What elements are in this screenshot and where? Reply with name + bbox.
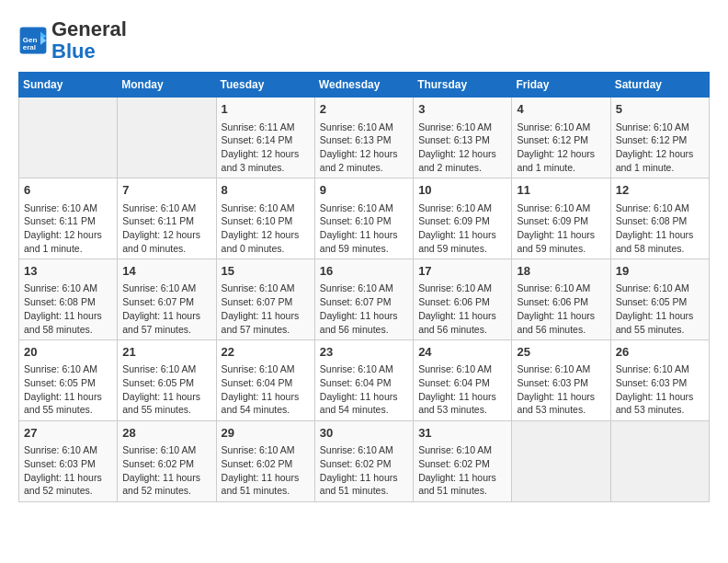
day-info: Daylight: 11 hours: [418, 471, 506, 485]
day-info: and 57 minutes.: [122, 323, 210, 337]
calendar-cell: 19Sunrise: 6:10 AMSunset: 6:05 PMDayligh…: [610, 259, 709, 340]
day-info: and 1 minute.: [24, 242, 112, 256]
day-info: Daylight: 11 hours: [122, 471, 210, 485]
calendar-cell: 15Sunrise: 6:10 AMSunset: 6:07 PMDayligh…: [216, 259, 314, 340]
day-info: Sunset: 6:02 PM: [222, 457, 310, 471]
calendar-cell: [512, 421, 610, 502]
day-info: Sunset: 6:03 PM: [517, 376, 605, 390]
day-info: Sunset: 6:08 PM: [24, 295, 112, 309]
day-number: 9: [320, 182, 408, 199]
calendar-cell: 24Sunrise: 6:10 AMSunset: 6:04 PMDayligh…: [414, 340, 512, 421]
day-info: and 51 minutes.: [418, 484, 506, 498]
day-info: Daylight: 11 hours: [122, 390, 210, 404]
day-info: Sunset: 6:12 PM: [616, 133, 704, 147]
day-info: Sunrise: 6:10 AM: [222, 201, 310, 215]
calendar-cell: 8Sunrise: 6:10 AMSunset: 6:10 PMDaylight…: [216, 178, 314, 259]
day-info: Sunset: 6:07 PM: [320, 295, 408, 309]
day-info: and 55 minutes.: [616, 323, 704, 337]
day-info: Sunset: 6:06 PM: [517, 295, 605, 309]
day-info: Sunset: 6:10 PM: [320, 214, 408, 228]
day-header-sunday: Sunday: [19, 73, 118, 98]
day-number: 16: [320, 263, 408, 280]
day-number: 27: [24, 425, 112, 442]
day-info: and 0 minutes.: [122, 242, 210, 256]
day-info: Sunset: 6:02 PM: [122, 457, 210, 471]
day-info: Sunrise: 6:10 AM: [616, 121, 704, 134]
day-info: Sunrise: 6:10 AM: [24, 443, 112, 457]
day-number: 23: [320, 344, 408, 361]
calendar-cell: 6Sunrise: 6:10 AMSunset: 6:11 PMDaylight…: [19, 178, 118, 259]
day-info: Sunrise: 6:10 AM: [320, 121, 408, 134]
day-info: Sunrise: 6:10 AM: [517, 121, 605, 134]
day-number: 26: [616, 344, 704, 361]
day-info: Sunrise: 6:10 AM: [418, 201, 506, 215]
day-header-thursday: Thursday: [414, 73, 512, 98]
calendar-cell: 25Sunrise: 6:10 AMSunset: 6:03 PMDayligh…: [512, 340, 610, 421]
day-info: and 52 minutes.: [24, 484, 112, 498]
day-number: 13: [24, 263, 112, 280]
day-info: Daylight: 12 hours: [24, 228, 112, 242]
day-info: Sunrise: 6:10 AM: [517, 282, 605, 295]
day-header-monday: Monday: [118, 73, 216, 98]
day-info: Sunrise: 6:10 AM: [616, 201, 704, 215]
calendar-cell: 18Sunrise: 6:10 AMSunset: 6:06 PMDayligh…: [512, 259, 610, 340]
day-number: 7: [122, 182, 210, 199]
week-row-0: 1Sunrise: 6:11 AMSunset: 6:14 PMDaylight…: [19, 98, 710, 178]
week-row-1: 6Sunrise: 6:10 AMSunset: 6:11 PMDaylight…: [19, 178, 710, 259]
day-info: Sunrise: 6:10 AM: [122, 201, 210, 215]
day-info: Daylight: 11 hours: [418, 390, 506, 404]
day-info: and 51 minutes.: [320, 484, 408, 498]
week-row-3: 20Sunrise: 6:10 AMSunset: 6:05 PMDayligh…: [19, 340, 710, 421]
calendar-cell: 2Sunrise: 6:10 AMSunset: 6:13 PMDaylight…: [314, 98, 413, 178]
day-info: and 55 minutes.: [122, 403, 210, 417]
day-number: 10: [418, 182, 506, 199]
calendar-cell: 13Sunrise: 6:10 AMSunset: 6:08 PMDayligh…: [19, 259, 118, 340]
day-info: Sunset: 6:08 PM: [616, 214, 704, 228]
calendar-cell: 30Sunrise: 6:10 AMSunset: 6:02 PMDayligh…: [314, 421, 413, 502]
day-number: 21: [122, 344, 210, 361]
week-row-4: 27Sunrise: 6:10 AMSunset: 6:03 PMDayligh…: [19, 421, 710, 502]
day-info: Sunset: 6:05 PM: [24, 376, 112, 390]
day-info: Sunrise: 6:10 AM: [24, 362, 112, 376]
day-info: Sunset: 6:04 PM: [222, 376, 310, 390]
day-info: and 53 minutes.: [616, 403, 704, 417]
day-info: Sunrise: 6:10 AM: [517, 362, 605, 376]
calendar-cell: 20Sunrise: 6:10 AMSunset: 6:05 PMDayligh…: [19, 340, 118, 421]
day-info: Daylight: 11 hours: [222, 309, 310, 323]
day-info: Daylight: 11 hours: [517, 309, 605, 323]
day-info: Sunset: 6:14 PM: [222, 133, 310, 147]
calendar-cell: 14Sunrise: 6:10 AMSunset: 6:07 PMDayligh…: [118, 259, 216, 340]
calendar-cell: 29Sunrise: 6:10 AMSunset: 6:02 PMDayligh…: [216, 421, 314, 502]
day-info: and 1 minute.: [616, 161, 704, 175]
day-header-tuesday: Tuesday: [216, 73, 314, 98]
day-info: Daylight: 11 hours: [517, 228, 605, 242]
day-number: 11: [517, 182, 605, 199]
day-info: Sunset: 6:05 PM: [122, 376, 210, 390]
day-info: Daylight: 12 hours: [122, 228, 210, 242]
day-number: 6: [24, 182, 112, 199]
calendar-cell: 17Sunrise: 6:10 AMSunset: 6:06 PMDayligh…: [414, 259, 512, 340]
day-number: 29: [222, 425, 310, 442]
day-info: Daylight: 11 hours: [24, 309, 112, 323]
day-info: Daylight: 11 hours: [222, 471, 310, 485]
day-number: 31: [418, 425, 506, 442]
day-info: Daylight: 12 hours: [517, 147, 605, 161]
day-number: 30: [320, 425, 408, 442]
day-info: Sunrise: 6:10 AM: [418, 443, 506, 457]
calendar-cell: 28Sunrise: 6:10 AMSunset: 6:02 PMDayligh…: [118, 421, 216, 502]
day-number: 15: [222, 263, 310, 280]
day-info: Daylight: 12 hours: [222, 228, 310, 242]
day-info: Sunset: 6:07 PM: [222, 295, 310, 309]
day-info: Daylight: 11 hours: [320, 309, 408, 323]
day-info: and 56 minutes.: [418, 323, 506, 337]
day-info: Sunrise: 6:10 AM: [418, 121, 506, 134]
day-info: and 53 minutes.: [517, 403, 605, 417]
day-info: Daylight: 11 hours: [24, 390, 112, 404]
page-header: Gen eral General Blue: [18, 18, 710, 63]
day-number: 25: [517, 344, 605, 361]
day-info: Sunset: 6:11 PM: [122, 214, 210, 228]
calendar-cell: 26Sunrise: 6:10 AMSunset: 6:03 PMDayligh…: [610, 340, 709, 421]
day-info: and 59 minutes.: [517, 242, 605, 256]
day-info: Sunrise: 6:10 AM: [222, 443, 310, 457]
day-info: Sunrise: 6:10 AM: [122, 443, 210, 457]
